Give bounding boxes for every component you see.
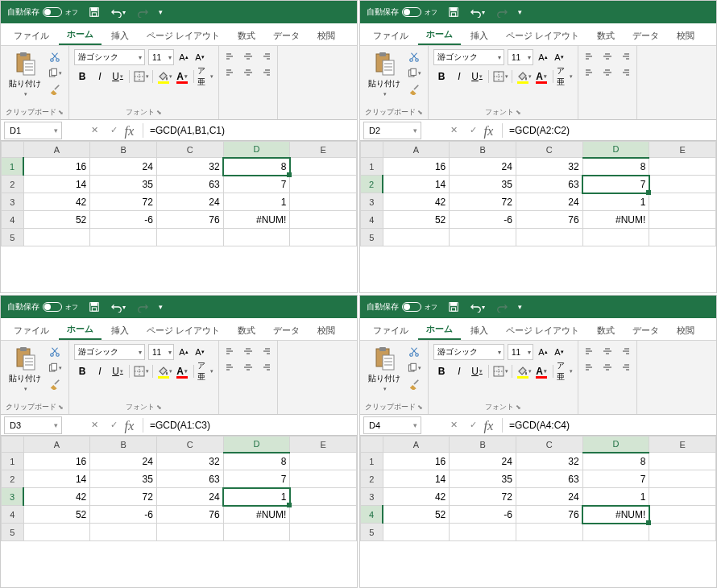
italic-button[interactable]: I [92, 363, 108, 379]
fx-icon[interactable]: fx [483, 416, 502, 434]
dialog-launcher-icon[interactable]: ⬊ [417, 404, 423, 411]
select-all-corner[interactable] [361, 142, 383, 158]
cell[interactable]: 76 [516, 211, 582, 229]
tab-formulas[interactable]: 数式 [589, 25, 623, 45]
dialog-launcher-icon[interactable]: ⬊ [58, 109, 64, 116]
cell[interactable]: 35 [450, 176, 516, 193]
column-header[interactable]: B [450, 437, 516, 453]
align-left-icon[interactable] [582, 65, 598, 80]
tab-review[interactable]: 校閲 [309, 25, 343, 45]
align-right-icon[interactable] [617, 65, 633, 80]
bold-button[interactable]: B [433, 363, 450, 379]
autosave-toggle[interactable]: 自動保存オフ [7, 301, 78, 313]
column-header[interactable]: A [383, 437, 450, 453]
bold-button[interactable]: B [74, 68, 90, 85]
formula-input[interactable]: =GCD(A1,B1,C1) [143, 122, 357, 139]
cell[interactable]: 72 [450, 488, 516, 506]
align-right-icon[interactable] [258, 65, 274, 80]
cell[interactable] [290, 158, 357, 176]
row-header[interactable]: 3 [2, 488, 24, 506]
tab-home[interactable]: ホーム [418, 318, 461, 340]
cell[interactable]: 63 [516, 176, 582, 193]
cell[interactable]: 52 [383, 506, 450, 524]
phonetic-button[interactable]: ア亜▾ [197, 363, 213, 379]
row-header[interactable]: 5 [2, 229, 24, 246]
cell[interactable] [223, 524, 290, 541]
cell[interactable]: 63 [516, 470, 582, 488]
cell[interactable]: 35 [450, 470, 516, 488]
decrease-font-icon[interactable]: A▾ [553, 50, 566, 64]
column-header[interactable]: A [23, 142, 90, 158]
tab-data[interactable]: データ [265, 320, 308, 340]
font-name-select[interactable]: 游ゴシック [433, 49, 504, 65]
cell[interactable]: #NUM! [223, 211, 290, 229]
tab-file[interactable]: ファイル [365, 320, 417, 340]
autosave-toggle[interactable]: 自動保存オフ [7, 6, 78, 18]
font-size-select[interactable]: 11 [148, 49, 174, 65]
column-header[interactable]: C [516, 437, 582, 453]
qat-customize[interactable]: ▾ [159, 8, 163, 16]
row-header[interactable]: 5 [361, 229, 383, 246]
row-header[interactable]: 3 [361, 193, 383, 211]
column-header[interactable]: D [582, 437, 649, 453]
tab-home[interactable]: ホーム [59, 318, 102, 340]
row-header[interactable]: 4 [361, 506, 383, 524]
cell[interactable]: 7 [582, 470, 649, 488]
cell[interactable] [383, 524, 450, 541]
cell[interactable] [290, 176, 357, 193]
align-bottom-icon[interactable] [258, 49, 274, 64]
worksheet[interactable]: ABCDE116243282143563734272241452-676#NUM… [360, 436, 716, 587]
format-painter-icon[interactable] [48, 378, 62, 391]
cell[interactable] [649, 158, 716, 176]
enter-icon[interactable]: ✓ [463, 122, 483, 139]
select-all-corner[interactable] [2, 437, 24, 453]
cell[interactable]: 42 [23, 488, 90, 506]
column-header[interactable]: D [223, 142, 290, 158]
cancel-icon[interactable]: ✕ [85, 416, 104, 434]
cell[interactable]: -6 [90, 211, 157, 229]
font-size-select[interactable]: 11 [508, 344, 533, 360]
cell[interactable] [450, 524, 516, 541]
cell[interactable]: 72 [450, 193, 516, 211]
align-center-icon[interactable] [240, 65, 256, 80]
cell[interactable]: 52 [383, 211, 450, 229]
select-all-corner[interactable] [2, 142, 24, 158]
column-header[interactable]: B [90, 142, 157, 158]
font-color-button[interactable]: A▾ [174, 363, 190, 379]
font-color-button[interactable]: A▾ [533, 363, 549, 379]
column-header[interactable]: C [516, 142, 582, 158]
border-button[interactable]: ▾ [133, 68, 149, 85]
cell[interactable]: 52 [23, 506, 90, 524]
format-painter-icon[interactable] [48, 83, 62, 96]
cell[interactable]: 76 [156, 211, 223, 229]
save-icon[interactable] [446, 299, 462, 315]
cell[interactable]: 16 [383, 453, 450, 470]
row-header[interactable]: 4 [2, 506, 24, 524]
cell[interactable]: 24 [156, 488, 223, 506]
font-name-select[interactable]: 游ゴシック [74, 344, 145, 360]
font-name-select[interactable]: 游ゴシック [74, 49, 145, 65]
copy-icon[interactable]: ▾ [48, 362, 62, 375]
underline-button[interactable]: U▾ [469, 68, 485, 85]
fill-color-button[interactable]: ▾ [516, 68, 532, 85]
cell[interactable] [290, 193, 357, 211]
row-header[interactable]: 1 [2, 453, 24, 470]
cell[interactable]: -6 [450, 211, 516, 229]
cell[interactable]: 14 [383, 176, 450, 193]
copy-icon[interactable]: ▾ [407, 67, 421, 80]
tab-review[interactable]: 校閲 [669, 320, 702, 340]
cell[interactable]: 8 [582, 158, 649, 176]
column-header[interactable]: B [90, 437, 157, 453]
cancel-icon[interactable]: ✕ [85, 122, 104, 139]
tab-file[interactable]: ファイル [6, 320, 57, 340]
cell[interactable]: 76 [156, 506, 223, 524]
underline-button[interactable]: U▾ [110, 363, 126, 379]
cell[interactable]: 24 [516, 193, 582, 211]
copy-icon[interactable]: ▾ [407, 362, 421, 375]
cell[interactable]: 35 [90, 470, 157, 488]
save-icon[interactable] [446, 4, 462, 20]
tab-formulas[interactable]: 数式 [589, 320, 623, 340]
row-header[interactable]: 2 [2, 470, 24, 488]
align-left-icon[interactable] [222, 65, 238, 80]
cell[interactable] [90, 229, 157, 246]
